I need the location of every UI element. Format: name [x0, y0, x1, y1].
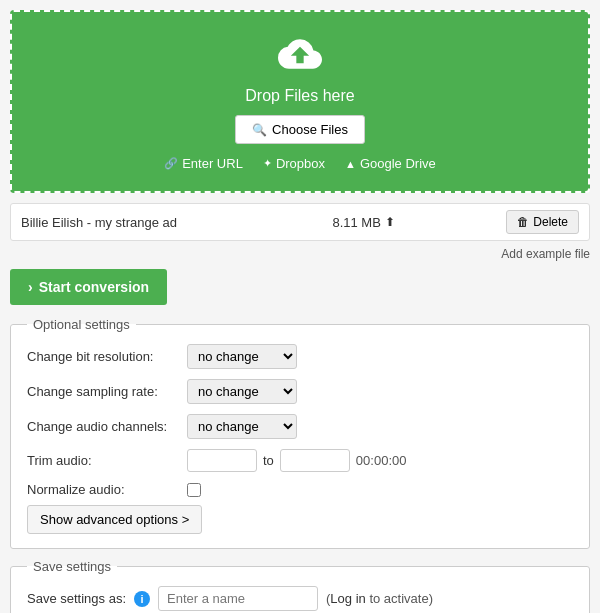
save-settings-input[interactable] [158, 586, 318, 611]
normalize-checkbox[interactable] [187, 483, 201, 497]
choose-files-label: Choose Files [272, 122, 348, 137]
file-name: Billie Eilish - my strange ad [21, 215, 221, 230]
audio-channels-select[interactable]: no change Mono Stereo [187, 414, 297, 439]
dropbox-option[interactable]: ✦ Dropbox [263, 156, 325, 171]
login-note: (Log in to activate) [326, 591, 433, 606]
dropbox-icon: ✦ [263, 157, 272, 170]
trim-time-display: 00:00:00 [356, 453, 407, 468]
login-link[interactable]: Log in [330, 591, 365, 606]
trim-to-word: to [263, 453, 274, 468]
drop-text: Drop Files here [32, 87, 568, 105]
sampling-rate-select[interactable]: no change 8000 Hz 22050 Hz 44100 Hz 4800… [187, 379, 297, 404]
drop-zone[interactable]: Drop Files here 🔍 Choose Files 🔗 Enter U… [10, 10, 590, 193]
normalize-row [187, 483, 573, 497]
trim-to-input[interactable] [280, 449, 350, 472]
upload-size-icon: ⬆ [385, 215, 395, 229]
bit-resolution-label: Change bit resolution: [27, 349, 187, 364]
save-settings-section: Save settings Save settings as: i (Log i… [10, 559, 590, 613]
save-settings-label: Save settings as: [27, 591, 126, 606]
file-row: Billie Eilish - my strange ad 8.11 MB ⬆ … [10, 203, 590, 241]
upload-icon [278, 32, 322, 79]
save-settings-row: Save settings as: i (Log in to activate) [27, 586, 573, 611]
extra-options: 🔗 Enter URL ✦ Dropbox ▲ Google Drive [32, 156, 568, 171]
chevron-right-icon: › [28, 279, 33, 295]
trim-from-input[interactable] [187, 449, 257, 472]
trim-row: to 00:00:00 [187, 449, 573, 472]
trim-audio-label: Trim audio: [27, 453, 187, 468]
google-drive-option[interactable]: ▲ Google Drive [345, 156, 436, 171]
show-advanced-options-button[interactable]: Show advanced options > [27, 505, 202, 534]
google-drive-icon: ▲ [345, 158, 356, 170]
add-example-link[interactable]: Add example file [501, 247, 590, 261]
optional-settings-section: Optional settings Change bit resolution:… [10, 317, 590, 549]
choose-files-button[interactable]: 🔍 Choose Files [235, 115, 365, 144]
start-conversion-button-top[interactable]: › Start conversion [10, 269, 167, 305]
save-settings-legend: Save settings [27, 559, 117, 574]
normalize-audio-label: Normalize audio: [27, 482, 187, 497]
add-example-row: Add example file [10, 247, 590, 261]
audio-channels-label: Change audio channels: [27, 419, 187, 434]
link-icon: 🔗 [164, 157, 178, 170]
optional-settings-legend: Optional settings [27, 317, 136, 332]
info-icon[interactable]: i [134, 591, 150, 607]
search-icon: 🔍 [252, 123, 267, 137]
delete-button[interactable]: 🗑 Delete [506, 210, 579, 234]
bit-resolution-select[interactable]: no change 8-bit 16-bit 24-bit 32-bit [187, 344, 297, 369]
trash-icon: 🗑 [517, 215, 529, 229]
file-size: 8.11 MB ⬆ [221, 215, 506, 230]
enter-url-option[interactable]: 🔗 Enter URL [164, 156, 243, 171]
settings-grid: Change bit resolution: no change 8-bit 1… [27, 344, 573, 497]
sampling-rate-label: Change sampling rate: [27, 384, 187, 399]
